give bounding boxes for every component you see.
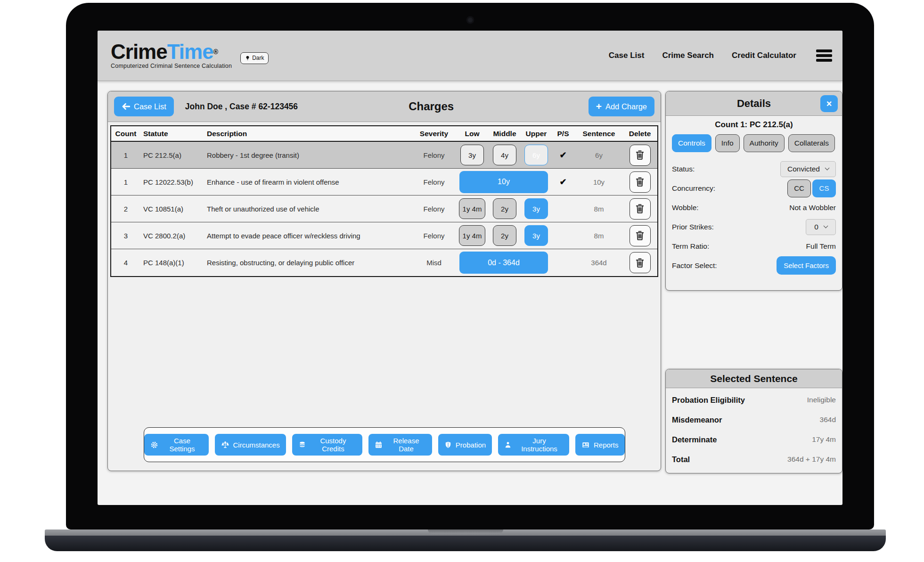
tab-collaterals[interactable]: Collaterals [788, 134, 835, 152]
reports-button[interactable]: Reports [575, 434, 625, 456]
term-low-button[interactable]: 1y 4m [459, 198, 486, 219]
delete-charge-button[interactable] [630, 198, 651, 220]
concurrent-cc-button[interactable]: CC [787, 179, 811, 197]
term-middle-button[interactable]: 2y [493, 198, 516, 219]
lightbulb-icon [245, 55, 250, 62]
term-upper-button[interactable]: 3y [524, 198, 548, 219]
toolbar-label: Custody Credits [310, 437, 357, 453]
status-label: Status: [672, 165, 695, 173]
trash-icon [635, 204, 645, 214]
tab-authority[interactable]: Authority [744, 134, 785, 152]
add-charge-button[interactable]: + Add Charge [589, 97, 654, 116]
crimetime-logo: CrimeTime® Computerized Criminal Sentenc… [111, 42, 232, 69]
delete-charge-button[interactable] [630, 171, 651, 193]
col-description: Description [204, 130, 411, 138]
wobble-label: Wobble: [672, 204, 699, 212]
status-value: Convicted [787, 165, 820, 173]
term-middle-button[interactable]: 4y [493, 145, 516, 165]
sentence-row: Misdemeanor 364d [672, 410, 836, 430]
probation-button[interactable]: Probation [438, 434, 492, 456]
term-ratio-label: Term Ratio: [672, 242, 709, 251]
delete-charge-button[interactable] [630, 225, 651, 246]
dark-mode-toggle[interactable]: Dark [240, 52, 269, 64]
circumstances-button[interactable]: Circumstances [215, 434, 286, 456]
logo-time: Time [167, 40, 213, 63]
cell-severity: Misd [411, 259, 457, 267]
term-low-button[interactable]: 1y 4m [459, 225, 486, 246]
hamburger-menu-icon[interactable] [816, 49, 832, 62]
nav-crime-search[interactable]: Crime Search [662, 51, 714, 60]
term-middle-button[interactable]: 2y [493, 225, 516, 246]
term-low-button[interactable]: 3y [460, 145, 484, 165]
term-upper-button[interactable]: 3y [524, 225, 548, 246]
back-to-case-list-button[interactable]: Case List [114, 97, 174, 116]
trash-icon [635, 177, 645, 187]
cell-description: Theft or unauthorized use of vehicle [204, 205, 411, 213]
delete-charge-button[interactable] [630, 145, 651, 166]
charge-row[interactable]: 4 PC 148(a)(1) Resisting, obstructing, o… [111, 249, 657, 276]
case-toolbar: Case Settings Circumstances Custody Cred… [144, 427, 625, 462]
col-delete: Delete [622, 130, 657, 138]
tab-info[interactable]: Info [715, 134, 740, 152]
col-upper: Upper [522, 130, 551, 138]
select-factors-button[interactable]: Select Factors [777, 256, 836, 275]
chevron-down-icon [825, 166, 830, 171]
coins-icon [298, 441, 306, 449]
sentence-row: Total 364d + 17y 4m [672, 449, 836, 469]
cell-description: Attempt to evade peace officer w/reckles… [204, 232, 411, 240]
toolbar-label: Release Date [386, 437, 426, 453]
cell-statute: PC 148(a)(1) [140, 259, 204, 267]
details-tabs: Controls Info Authority Collaterals [672, 134, 836, 152]
col-sentence: Sentence [575, 130, 622, 138]
sentence-row-value: Ineligible [807, 396, 836, 404]
delete-charge-button[interactable] [630, 252, 651, 273]
nav-case-list[interactable]: Case List [609, 51, 645, 60]
sentence-row-label: Determinate [672, 435, 717, 444]
tab-controls[interactable]: Controls [672, 134, 711, 152]
ps-checkmark: ✔ [551, 150, 575, 160]
details-body: Count 1: PC 212.5(a) Controls Info Autho… [666, 116, 842, 275]
case-settings-button[interactable]: Case Settings [144, 434, 209, 456]
status-select[interactable]: Convicted [780, 161, 836, 177]
sentence-row: Determinate 17y 4m [672, 430, 836, 449]
consecutive-cs-button[interactable]: CS [812, 179, 836, 197]
custody-credits-button[interactable]: Custody Credits [292, 434, 363, 456]
prior-strikes-select[interactable]: 0 [806, 219, 836, 235]
scales-icon [221, 441, 229, 449]
toolbar-label: Jury Instructions [515, 437, 563, 453]
charge-row[interactable]: 2 VC 10851(a) Theft or unauthorized use … [111, 195, 657, 222]
cell-sentence: 10y [575, 178, 622, 186]
back-button-label: Case List [134, 102, 166, 111]
release-date-button[interactable]: Release Date [368, 434, 432, 456]
term-fixed-button[interactable]: 10y [459, 171, 548, 193]
cell-sentence: 6y [575, 151, 622, 159]
trash-icon [635, 150, 645, 160]
prior-strikes-label: Prior Strikes: [672, 223, 714, 231]
sentence-row-label: Probation Eligibility [672, 396, 745, 405]
term-upper-button[interactable]: 6y [524, 145, 548, 165]
charge-row[interactable]: 1 PC 12022.53(b) Enhance - use of firear… [111, 169, 657, 195]
factor-select-row: Factor Select: Select Factors [672, 256, 836, 275]
jury-instructions-button[interactable]: Jury Instructions [498, 434, 569, 456]
charge-row[interactable]: 3 VC 2800.2(a) Attempt to evade peace of… [111, 222, 657, 249]
laptop-lid: CrimeTime® Computerized Criminal Sentenc… [66, 3, 874, 529]
report-icon [581, 441, 590, 449]
sentence-row-value: 364d + 17y 4m [787, 455, 836, 464]
wobble-row: Wobble: Not a Wobbler [672, 198, 836, 217]
cell-sentence: 8m [575, 205, 622, 213]
cell-statute: PC 12022.53(b) [140, 178, 204, 186]
charge-row[interactable]: 1 PC 212.5(a) Robbery - 1st degree (tran… [111, 142, 657, 169]
col-low: Low [457, 130, 488, 138]
add-charge-label: Add Charge [605, 102, 647, 111]
cell-count: 3 [111, 232, 140, 240]
charges-panel: Case List John Doe , Case # 62-123456 Ch… [107, 91, 661, 471]
sentence-row-label: Total [672, 455, 690, 464]
selected-sentence-body: Probation Eligibility Ineligible Misdeme… [666, 388, 842, 469]
chevron-down-icon [823, 224, 828, 228]
details-panel: Details × Count 1: PC 212.5(a) Controls … [665, 91, 842, 291]
close-details-button[interactable]: × [820, 95, 838, 112]
nav-credit-calculator[interactable]: Credit Calculator [732, 51, 796, 60]
cell-count: 1 [111, 151, 140, 159]
cell-severity: Felony [411, 151, 457, 159]
term-fixed-button[interactable]: 0d - 364d [459, 252, 548, 274]
